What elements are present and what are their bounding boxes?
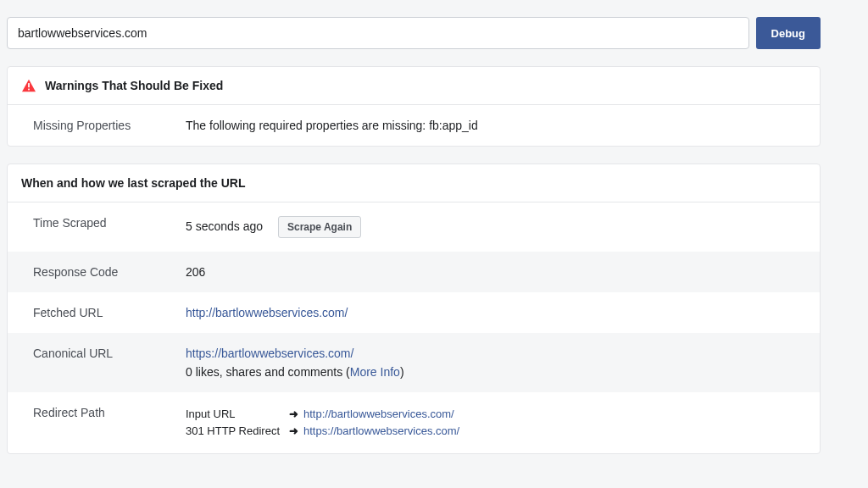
url-input[interactable]	[7, 17, 749, 49]
canonical-row: Canonical URL https://bartlowwebservices…	[8, 333, 820, 392]
fetched-row: Fetched URL http://bartlowwebservices.co…	[8, 292, 820, 333]
fetched-value: http://bartlowwebservices.com/	[186, 306, 794, 319]
time-label: Time Scraped	[33, 216, 186, 230]
arrow-right-icon: ➜	[289, 406, 298, 423]
warnings-title: Warnings That Should Be Fixed	[45, 79, 223, 92]
redirect-label: Redirect Path	[33, 406, 186, 419]
social-suffix: )	[400, 365, 404, 379]
social-summary: 0 likes, shares and comments (More Info)	[186, 365, 794, 379]
time-row: Time Scraped 5 seconds ago Scrape Again	[8, 202, 820, 252]
canonical-label: Canonical URL	[33, 347, 186, 360]
debug-button[interactable]: Debug	[756, 17, 821, 49]
redirect-item-label: 301 HTTP Redirect	[186, 423, 287, 440]
more-info-link[interactable]: More Info	[350, 365, 400, 379]
redirect-item-url[interactable]: http://bartlowwebservices.com/	[303, 406, 454, 423]
response-value: 206	[186, 265, 794, 279]
warnings-card: Warnings That Should Be Fixed Missing Pr…	[7, 66, 821, 147]
redirect-item-url[interactable]: https://bartlowwebservices.com/	[303, 423, 459, 440]
time-value-cell: 5 seconds ago Scrape Again	[186, 216, 794, 238]
redirect-row: Redirect Path Input URL ➜ http://bartlow…	[8, 392, 820, 453]
warning-message: The following required properties are mi…	[186, 119, 794, 132]
topbar: Debug	[7, 0, 821, 66]
time-value: 5 seconds ago	[186, 219, 263, 233]
svg-rect-1	[28, 89, 30, 91]
fetched-url-link[interactable]: http://bartlowwebservices.com/	[186, 306, 348, 319]
redirect-value: Input URL ➜ http://bartlowwebservices.co…	[186, 406, 794, 440]
canonical-value: https://bartlowwebservices.com/ 0 likes,…	[186, 347, 794, 379]
arrow-right-icon: ➜	[289, 423, 298, 440]
response-label: Response Code	[33, 265, 186, 279]
fetched-label: Fetched URL	[33, 306, 186, 319]
scrape-card: When and how we last scraped the URL Tim…	[7, 164, 821, 454]
scrape-header: When and how we last scraped the URL	[8, 164, 820, 202]
warning-label: Missing Properties	[33, 119, 186, 132]
svg-rect-0	[28, 83, 30, 87]
warning-row: Missing Properties The following require…	[8, 105, 820, 146]
redirect-item: Input URL ➜ http://bartlowwebservices.co…	[186, 406, 794, 423]
redirect-item-label: Input URL	[186, 406, 287, 423]
scrape-title: When and how we last scraped the URL	[21, 176, 245, 190]
warnings-header: Warnings That Should Be Fixed	[8, 67, 820, 105]
redirect-item: 301 HTTP Redirect ➜ https://bartlowwebse…	[186, 423, 794, 440]
warning-icon	[21, 79, 36, 92]
response-row: Response Code 206	[8, 252, 820, 292]
social-prefix: 0 likes, shares and comments (	[186, 365, 350, 379]
canonical-url-link[interactable]: https://bartlowwebservices.com/	[186, 347, 353, 360]
scrape-again-button[interactable]: Scrape Again	[278, 216, 361, 238]
